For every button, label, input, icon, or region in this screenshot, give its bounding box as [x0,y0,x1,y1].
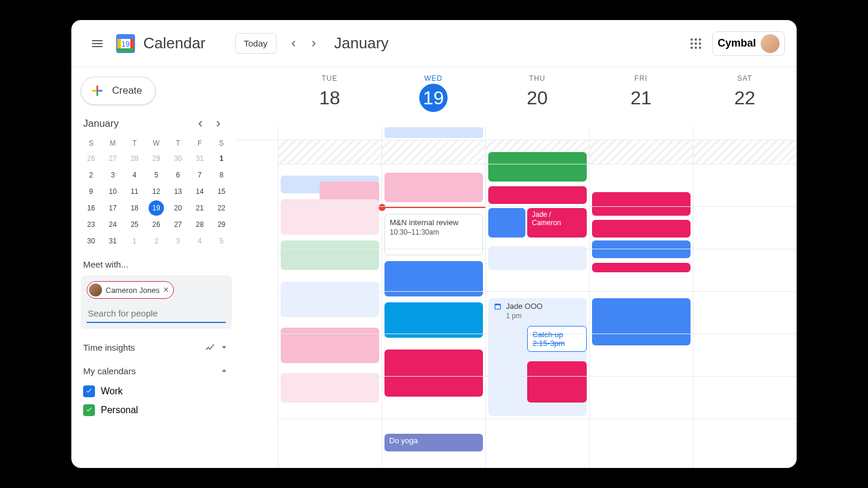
google-apps-button[interactable] [689,37,703,51]
event-block[interactable] [488,246,587,270]
calendar-label: Personal [101,405,138,416]
mini-day[interactable]: 13 [170,184,186,199]
calendar-row-personal[interactable]: Personal [81,401,232,420]
calendar-row-work[interactable]: Work [81,382,232,401]
event-block[interactable] [281,282,379,317]
chevron-right-icon [308,38,320,50]
event-block[interactable] [384,173,483,202]
mini-day[interactable]: 26 [149,217,164,232]
mini-calendar[interactable]: SMTWTFS262728293031123456789101112131415… [81,137,232,249]
day-header[interactable]: FRI21 [589,67,693,126]
mini-day[interactable]: 3 [170,233,186,249]
event-block[interactable] [527,361,587,403]
date-nav [282,33,325,54]
mini-day[interactable]: 24 [105,217,120,232]
create-button[interactable]: Create [81,77,156,105]
mini-day[interactable]: 10 [105,184,120,199]
today-button[interactable]: Today [235,33,277,54]
event-do-yoga[interactable]: Do yoga [384,434,483,451]
mini-day[interactable]: 2 [83,167,98,183]
mini-day[interactable]: 1 [214,151,229,166]
event-block[interactable] [592,220,691,238]
mini-day[interactable]: 15 [214,184,229,199]
mini-day[interactable]: 31 [105,233,120,249]
mini-day[interactable]: 4 [192,233,208,249]
mini-dow: F [189,137,210,150]
people-search-input[interactable] [87,302,226,323]
event-block[interactable] [384,349,483,397]
person-chip[interactable]: Cameron Jones × [87,281,174,299]
day-header[interactable]: WED19 [382,67,485,126]
day-header[interactable]: SAT22 [693,67,797,126]
mini-day[interactable]: 28 [127,151,142,166]
mini-day[interactable]: 8 [214,167,229,183]
mini-day[interactable]: 7 [192,167,208,183]
day-header[interactable]: TUE18 [278,67,382,126]
mini-day[interactable]: 22 [214,200,229,216]
mini-day[interactable]: 20 [170,200,186,216]
mini-day[interactable]: 17 [105,200,120,216]
my-calendars-toggle[interactable]: My calendars [81,363,232,378]
event-block[interactable] [592,263,691,272]
account-switcher[interactable]: Cymbal [712,31,785,56]
event-block[interactable] [488,186,587,204]
mini-prev-button[interactable] [192,116,208,132]
create-label: Create [112,85,142,97]
mini-next-button[interactable] [211,116,227,132]
mini-day[interactable]: 29 [214,217,229,232]
mini-day[interactable]: 5 [214,233,229,249]
insights-icon [205,342,215,352]
event-block[interactable] [281,199,379,235]
event-block[interactable] [281,373,379,403]
mini-day[interactable]: 6 [170,167,186,183]
allday-row [236,126,797,140]
event-block[interactable] [488,152,587,182]
mini-day[interactable]: 3 [105,167,120,183]
svg-rect-1 [117,35,134,39]
mini-day[interactable]: 29 [149,151,164,166]
prev-period-button[interactable] [282,33,304,54]
next-period-button[interactable] [304,33,325,54]
mini-day[interactable]: 12 [149,184,164,199]
event-block[interactable] [488,208,525,238]
mini-day[interactable]: 30 [170,151,186,166]
mini-day[interactable]: 27 [105,151,120,166]
mini-month-label: January [83,118,119,130]
mini-day[interactable]: 16 [83,200,98,216]
event-block[interactable] [384,302,483,338]
event-block[interactable] [281,328,379,363]
mini-day[interactable]: 21 [192,200,208,216]
mini-day[interactable]: 18 [127,200,142,216]
event-block[interactable] [592,192,691,216]
mini-day[interactable]: 23 [83,217,98,232]
mini-dow: S [81,137,101,150]
main-menu-button[interactable] [83,29,111,58]
event-jade-cameron[interactable]: Jade / Cameron [527,208,587,238]
calendar-label: Work [101,386,123,397]
event-block[interactable] [592,298,691,345]
day-header[interactable]: THU20 [485,67,589,126]
mini-day[interactable]: 14 [192,184,208,199]
event-block[interactable] [281,240,379,270]
mini-day[interactable]: 28 [192,217,208,232]
event-catchup[interactable]: Catch up 2:15-3pm [527,326,587,352]
mini-day[interactable]: 26 [83,151,98,166]
mini-day[interactable]: 11 [127,184,142,199]
mini-day[interactable]: 19 [149,200,164,216]
mini-day[interactable]: 30 [83,233,98,249]
event-block[interactable] [592,240,691,258]
mini-day[interactable]: 2 [149,233,164,249]
allday-event[interactable] [384,127,483,138]
mini-day[interactable]: 4 [127,167,142,183]
mini-day[interactable]: 5 [149,167,164,183]
mini-day[interactable]: 25 [127,217,142,232]
mini-day[interactable]: 31 [192,151,208,166]
mini-day[interactable]: 9 [83,184,98,199]
time-insights-toggle[interactable]: Time insights [81,339,232,355]
mini-day[interactable]: 27 [170,217,186,232]
mini-day[interactable]: 1 [127,233,142,249]
chevron-left-icon [194,118,206,130]
remove-chip-button[interactable]: × [163,285,169,295]
mini-dow: T [167,137,188,150]
time-grid[interactable]: M&N internal review 10:30–11:30am Do yog… [236,140,797,468]
